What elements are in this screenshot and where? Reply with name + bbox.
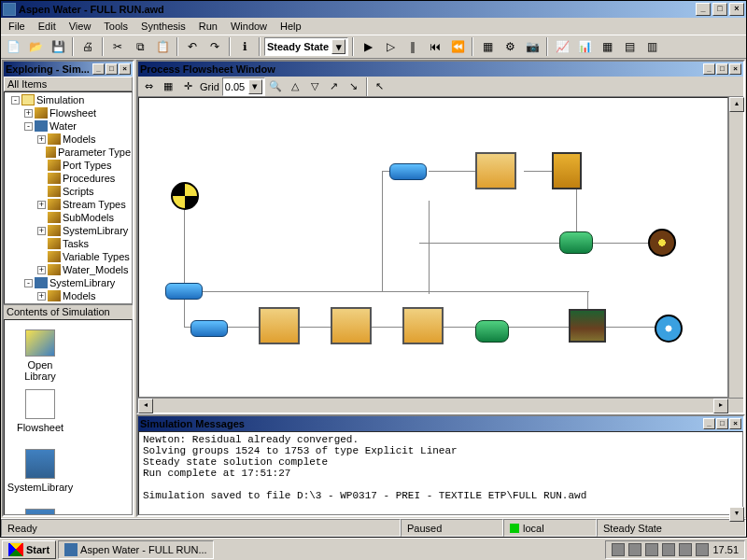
tree-expander[interactable]: - bbox=[11, 96, 20, 105]
reactor-1[interactable] bbox=[259, 307, 300, 344]
menu-synthesis[interactable]: Synthesis bbox=[135, 20, 191, 33]
tray-icon-6[interactable] bbox=[696, 543, 709, 556]
flowsheet-canvas[interactable] bbox=[138, 97, 728, 398]
tree-node[interactable]: +Stream Types bbox=[6, 198, 131, 211]
run-button[interactable]: ▶ bbox=[358, 36, 378, 57]
tree-header[interactable]: All Items bbox=[4, 77, 133, 91]
tree-node[interactable]: -SystemLibrary bbox=[6, 276, 131, 289]
contents-pane[interactable]: Open LibraryFlowsheetSystemLibraryWaterS… bbox=[4, 319, 133, 515]
messages-min-button[interactable]: _ bbox=[703, 418, 715, 429]
tree-node[interactable]: +Flowsheet bbox=[6, 106, 131, 119]
print-button[interactable]: 🖨 bbox=[78, 36, 98, 57]
messages-close-button[interactable]: × bbox=[729, 418, 741, 429]
contents-item[interactable]: Open Library bbox=[12, 329, 68, 382]
tree-expander[interactable]: - bbox=[24, 122, 33, 131]
mixer-3[interactable] bbox=[475, 320, 509, 343]
fs-tool-5[interactable]: ▽ bbox=[305, 78, 324, 95]
scroll-up-button[interactable]: ▴ bbox=[729, 97, 744, 112]
tray-icon-2[interactable] bbox=[628, 543, 641, 556]
product-brown[interactable] bbox=[648, 229, 676, 257]
taskbar-app-button[interactable]: Aspen Water - FULL RUN... bbox=[58, 540, 214, 559]
scroll-down-button[interactable]: ▾ bbox=[729, 507, 744, 522]
splitter-top[interactable] bbox=[389, 163, 427, 180]
step-button[interactable]: ▷ bbox=[380, 36, 401, 57]
contents-item[interactable]: Water bbox=[12, 509, 68, 515]
start-button[interactable]: Start bbox=[2, 540, 56, 559]
tree-node[interactable]: +Water_Models bbox=[6, 263, 131, 276]
tree-view[interactable]: -Simulation+Flowsheet-Water+ModelsParame… bbox=[4, 91, 133, 304]
tree-expander[interactable]: + bbox=[37, 292, 46, 301]
fs-tool-6[interactable]: ↗ bbox=[325, 78, 344, 95]
explorer-min-button[interactable]: _ bbox=[92, 63, 105, 75]
chevron-down-icon[interactable]: ▾ bbox=[331, 39, 345, 54]
messages-max-button[interactable]: □ bbox=[716, 418, 728, 429]
scroll-right-button[interactable]: ▸ bbox=[713, 399, 728, 413]
menu-run[interactable]: Run bbox=[193, 20, 223, 33]
fs-tool-7[interactable]: ↘ bbox=[345, 78, 363, 95]
menu-file[interactable]: File bbox=[3, 20, 31, 33]
tool-c[interactable]: 📷 bbox=[522, 36, 543, 57]
tree-expander[interactable]: + bbox=[37, 227, 46, 235]
redo-button[interactable]: ↷ bbox=[204, 36, 225, 57]
menu-window[interactable]: Window bbox=[225, 20, 273, 33]
fs-tool-zoom[interactable]: 🔍 bbox=[266, 78, 285, 95]
tray-icon-1[interactable] bbox=[612, 543, 625, 556]
table2-button[interactable]: ▤ bbox=[619, 36, 640, 57]
flowsheet-vscroll[interactable]: ▴ ▾ bbox=[728, 97, 743, 398]
table3-button[interactable]: ▥ bbox=[641, 36, 662, 57]
tank-top-1[interactable] bbox=[475, 152, 516, 189]
flowsheet-max-button[interactable]: □ bbox=[716, 63, 728, 75]
contents-item[interactable]: Flowsheet bbox=[12, 389, 68, 441]
close-button[interactable]: × bbox=[729, 3, 744, 16]
pause-button[interactable]: ‖ bbox=[402, 36, 423, 57]
cut-button[interactable]: ✂ bbox=[107, 36, 128, 57]
open-button[interactable]: 📂 bbox=[25, 36, 46, 57]
tree-expander[interactable]: + bbox=[37, 201, 46, 209]
minimize-button[interactable]: _ bbox=[696, 3, 711, 16]
maximize-button[interactable]: □ bbox=[712, 3, 727, 16]
messages-body[interactable]: Newton: Residual already converged. Solv… bbox=[138, 431, 743, 515]
tree-expander[interactable]: + bbox=[37, 135, 46, 144]
tree-node[interactable]: Scripts bbox=[6, 185, 131, 198]
source-feed[interactable] bbox=[171, 182, 199, 210]
undo-button[interactable]: ↶ bbox=[182, 36, 203, 57]
tree-node[interactable]: Port Types bbox=[6, 159, 131, 172]
explorer-max-button[interactable]: □ bbox=[106, 63, 118, 75]
paste-button[interactable]: 📋 bbox=[152, 36, 173, 57]
flowsheet-close-button[interactable]: × bbox=[729, 63, 741, 75]
table1-button[interactable]: ▦ bbox=[597, 36, 617, 57]
rewind-button[interactable]: ⏮ bbox=[425, 36, 445, 57]
copy-button[interactable]: ⧉ bbox=[130, 36, 150, 57]
tree-node[interactable]: Parameter Type bbox=[6, 146, 131, 159]
chart-button[interactable]: 📈 bbox=[552, 36, 572, 57]
menu-view[interactable]: View bbox=[63, 20, 97, 33]
grid-combo[interactable]: 0.05 ▾ bbox=[222, 77, 265, 96]
clarifier[interactable] bbox=[569, 309, 606, 343]
fs-tool-3[interactable]: ✛ bbox=[178, 78, 197, 95]
tool-a[interactable]: ▦ bbox=[477, 36, 498, 57]
tree-node[interactable]: +Models bbox=[6, 289, 131, 302]
separator-top[interactable] bbox=[552, 152, 582, 189]
scroll-left-button[interactable]: ◂ bbox=[138, 399, 153, 413]
tree-node[interactable]: +SystemLibrary bbox=[6, 224, 131, 237]
mode-combo[interactable]: Steady State ▾ bbox=[264, 37, 348, 56]
tree-expander[interactable]: - bbox=[24, 279, 33, 287]
explorer-close-button[interactable]: × bbox=[119, 63, 131, 75]
contents-item[interactable]: SystemLibrary bbox=[12, 449, 68, 501]
tray-icon-3[interactable] bbox=[645, 543, 658, 556]
new-button[interactable]: 📄 bbox=[3, 36, 23, 57]
tree-node[interactable]: Procedures bbox=[6, 172, 131, 185]
tray-icon-4[interactable] bbox=[662, 543, 675, 556]
flowsheet-min-button[interactable]: _ bbox=[703, 63, 715, 75]
tree-node[interactable]: Tasks bbox=[6, 237, 131, 250]
tree-node[interactable]: Variable Types bbox=[6, 250, 131, 263]
barchart-button[interactable]: 📊 bbox=[574, 36, 595, 57]
fs-tool-4[interactable]: △ bbox=[286, 78, 304, 95]
fs-pointer[interactable]: ↖ bbox=[371, 78, 389, 95]
menu-help[interactable]: Help bbox=[275, 20, 307, 33]
menu-tools[interactable]: Tools bbox=[98, 20, 134, 33]
tree-node[interactable]: SubModels bbox=[6, 211, 131, 224]
tree-expander[interactable]: + bbox=[24, 109, 33, 118]
reactor-2[interactable] bbox=[331, 307, 372, 344]
flowsheet-hscroll[interactable]: ◂ ▸ bbox=[138, 398, 743, 413]
